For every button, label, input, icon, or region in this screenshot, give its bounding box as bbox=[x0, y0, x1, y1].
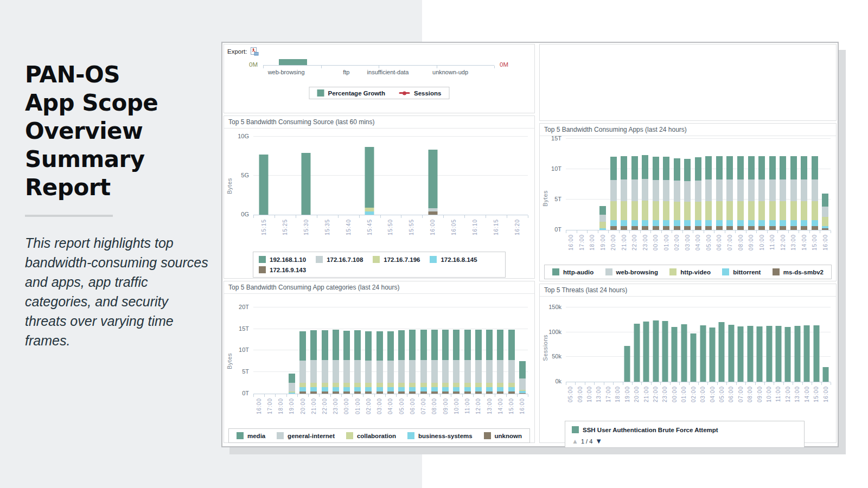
x-label-slot: 10:00 bbox=[756, 234, 767, 259]
bar-segment-general-internet bbox=[453, 360, 459, 383]
threats-plot-wrap: 0k50k100k150kSessions05:0009:0010:0013:0… bbox=[566, 300, 831, 411]
bar-segment-bittorrent bbox=[599, 228, 606, 230]
legend-item: 192.168.1.10 bbox=[259, 256, 306, 263]
bar-segment-SSH User Authentication Brute Force Attempt bbox=[823, 367, 829, 382]
x-label-slot: 05:00 bbox=[704, 234, 714, 259]
x-label-slot: 15:00 bbox=[506, 398, 516, 423]
panel-empty bbox=[539, 44, 837, 121]
bar-segment-bittorrent bbox=[790, 220, 797, 226]
bar-segment-bittorrent bbox=[758, 220, 765, 226]
bar-slot bbox=[464, 132, 486, 215]
bar-slot bbox=[809, 137, 820, 230]
bar-segment-http-video bbox=[801, 201, 807, 220]
bar-segment-ms-ds-smbv2 bbox=[748, 226, 755, 230]
legend-label: 172.16.7.196 bbox=[384, 256, 420, 263]
legend-pagination: ▲1 / 4▼ bbox=[572, 437, 797, 445]
x-axis-labels: 16:0017:0018:0019:0020:0021:0022:0023:00… bbox=[253, 398, 528, 423]
bar bbox=[758, 156, 765, 230]
bar-segment-ms-ds-smbv2 bbox=[737, 226, 744, 230]
bar-segment-http-audio bbox=[790, 156, 797, 179]
pdf-export-icon[interactable] bbox=[250, 47, 259, 56]
axis-tick bbox=[341, 394, 342, 397]
bar-slot bbox=[661, 137, 672, 230]
bar-slot bbox=[821, 300, 830, 382]
bar bbox=[663, 157, 669, 230]
x-label-slot: 23:00 bbox=[330, 398, 341, 423]
axis-tick bbox=[755, 382, 756, 385]
x-label-slot: 07:00 bbox=[736, 386, 745, 411]
page-down-arrow[interactable]: ▼ bbox=[595, 437, 602, 445]
bar-segment-media bbox=[442, 330, 449, 360]
x-tick-label: 00:00 bbox=[672, 386, 678, 402]
x-tick-label: 05:00 bbox=[399, 398, 405, 414]
axis-tick bbox=[629, 230, 630, 233]
bar bbox=[486, 330, 493, 394]
axis-tick bbox=[321, 66, 322, 68]
bar bbox=[508, 330, 515, 394]
bar-slot bbox=[495, 297, 506, 394]
bar-segment-collaboration bbox=[464, 383, 471, 387]
legend-swatch bbox=[259, 256, 266, 263]
x-label-slot: 14:00 bbox=[799, 234, 809, 259]
bar-segment-business-systems bbox=[464, 387, 471, 391]
bar-segment-business-systems bbox=[409, 387, 416, 391]
bar-slot bbox=[745, 300, 755, 382]
x-label-slot: 01:00 bbox=[352, 398, 363, 423]
bar-segment-SSH User Authentication Brute Force Attempt bbox=[794, 326, 800, 382]
legend-label: http-video bbox=[680, 269, 711, 275]
legend-swatch bbox=[346, 432, 353, 439]
legend-item: 172.16.9.143 bbox=[259, 266, 306, 273]
bar-slot bbox=[679, 300, 688, 382]
axis-tick bbox=[401, 215, 401, 218]
bar-segment-SSH User Authentication Brute Force Attempt bbox=[719, 322, 725, 382]
legend-item: bittorrent bbox=[722, 268, 761, 275]
bar-segment-http-video bbox=[663, 201, 669, 220]
bar-segment-ms-ds-smbv2 bbox=[812, 226, 818, 230]
bar-segment-SSH User Authentication Brute Force Attempt bbox=[775, 326, 781, 382]
x-tick-label: 02:00 bbox=[366, 398, 372, 414]
bar bbox=[681, 324, 687, 382]
bar bbox=[747, 326, 753, 382]
bar-segment-SSH User Authentication Brute Force Attempt bbox=[691, 333, 697, 382]
bar-segment-web-browsing bbox=[790, 179, 797, 201]
page-indicator: 1 / 4 bbox=[581, 438, 592, 445]
legend-label: media bbox=[247, 433, 265, 439]
axis-tick bbox=[693, 230, 693, 233]
bar-segment-general-internet bbox=[398, 360, 405, 383]
x-tick-label: 22:00 bbox=[631, 234, 637, 251]
growth-category-label: ftp bbox=[343, 69, 349, 75]
bar-slot bbox=[725, 137, 736, 230]
bar-segment-web-browsing bbox=[748, 179, 755, 201]
bar-segment-media bbox=[354, 330, 361, 360]
bar bbox=[398, 330, 405, 394]
x-label-slot: 23:00 bbox=[640, 234, 651, 259]
x-label-slot: 18:00 bbox=[587, 234, 598, 259]
bar-slot bbox=[707, 300, 717, 382]
x-tick-label: 06:00 bbox=[410, 398, 416, 414]
legend-label: http-audio bbox=[563, 269, 593, 275]
bar-slot bbox=[756, 137, 767, 230]
axis-tick bbox=[486, 215, 486, 218]
bar-segment-web-browsing bbox=[695, 181, 701, 202]
x-tick-label: 15:15 bbox=[261, 219, 267, 235]
bar-slot bbox=[319, 297, 330, 394]
x-label-slot: 09:00 bbox=[575, 386, 584, 411]
legend-item: Sessions bbox=[399, 90, 442, 97]
x-tick-label: 22:00 bbox=[322, 398, 328, 414]
x-label-slot: 19:00 bbox=[598, 234, 609, 259]
legend-label: 192.168.1.10 bbox=[270, 256, 306, 263]
legend-swatch bbox=[317, 89, 324, 97]
axis-tick bbox=[253, 215, 254, 218]
bar-slot bbox=[396, 297, 407, 394]
legend-item: http-audio bbox=[552, 268, 593, 275]
bar-segment-ms-ds-smbv2 bbox=[674, 226, 680, 230]
bar-segment-unknown bbox=[387, 391, 394, 394]
bar-segment-web-browsing bbox=[812, 179, 818, 201]
bar-segment-media bbox=[322, 330, 328, 360]
bar-segment-http-audio bbox=[695, 157, 701, 181]
bar-segment-collaboration bbox=[343, 383, 350, 387]
bar-segment-unknown bbox=[420, 391, 427, 394]
bar-segment-collaboration bbox=[299, 383, 306, 387]
page-up-arrow[interactable]: ▲ bbox=[572, 438, 578, 445]
bar-segment-SSH User Authentication Brute Force Attempt bbox=[747, 326, 753, 382]
